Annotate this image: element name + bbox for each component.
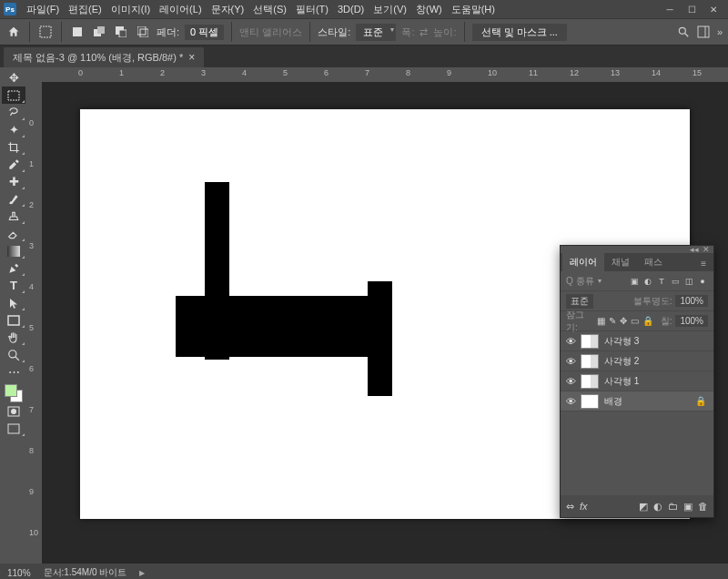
filter-adjust-icon[interactable]: ◐ bbox=[642, 276, 653, 287]
healing-brush-tool[interactable]: ✚ bbox=[2, 173, 25, 190]
brush-tool[interactable] bbox=[2, 190, 25, 208]
shape-tool[interactable] bbox=[2, 311, 25, 329]
hand-tool[interactable] bbox=[2, 329, 25, 346]
link-layers-icon[interactable]: ⇔ bbox=[566, 501, 574, 513]
layer-row[interactable]: 👁 사각형 2 bbox=[561, 351, 713, 371]
menu-type[interactable]: 문자(Y) bbox=[207, 3, 249, 16]
visibility-icon[interactable]: 👁 bbox=[564, 336, 577, 347]
panel-tab-layers[interactable]: 레이어 bbox=[562, 253, 604, 271]
quick-mask-icon[interactable] bbox=[2, 402, 25, 420]
fill-label: 칠: bbox=[661, 315, 672, 328]
tab-close-icon[interactable]: × bbox=[188, 51, 195, 64]
panel-tab-paths[interactable]: 패스 bbox=[637, 253, 670, 271]
feather-input[interactable]: 0 픽셀 bbox=[185, 25, 224, 40]
document-tab-title: 제목 없음-3 @ 110% (배경, RGB/8#) * bbox=[13, 51, 183, 65]
path-select-tool[interactable] bbox=[2, 294, 25, 311]
zoom-tool[interactable] bbox=[2, 346, 25, 363]
share-icon[interactable]: » bbox=[717, 26, 723, 37]
add-selection-icon[interactable] bbox=[91, 24, 107, 40]
delete-layer-icon[interactable]: 🗑 bbox=[698, 501, 708, 512]
layer-row-background[interactable]: 👁 배경 🔒 bbox=[561, 391, 713, 411]
lasso-tool[interactable] bbox=[2, 104, 25, 121]
ruler-horizontal[interactable]: 0 1 2 3 4 5 6 7 8 9 10 11 12 13 14 15 bbox=[42, 67, 728, 82]
menu-file[interactable]: 파일(F) bbox=[22, 3, 64, 16]
new-selection-icon[interactable] bbox=[69, 24, 86, 40]
eraser-tool[interactable] bbox=[2, 225, 25, 242]
close-icon[interactable]: ✕ bbox=[703, 0, 724, 18]
screen-mode-icon[interactable] bbox=[2, 420, 25, 437]
blend-mode-dropdown[interactable]: 표준 bbox=[566, 294, 593, 309]
document-tab[interactable]: 제목 없음-3 @ 110% (배경, RGB/8#) * × bbox=[4, 47, 204, 67]
visibility-icon[interactable]: 👁 bbox=[564, 376, 577, 387]
zoom-level[interactable]: 110% bbox=[7, 568, 31, 578]
panel-tab-channels[interactable]: 채널 bbox=[604, 253, 637, 271]
menu-image[interactable]: 이미지(I) bbox=[106, 3, 155, 16]
new-layer-icon[interactable]: ▣ bbox=[683, 501, 693, 513]
menu-edit[interactable]: 편집(E) bbox=[64, 3, 106, 16]
move-tool[interactable]: ✥ bbox=[2, 69, 25, 86]
status-menu-icon[interactable]: ▶ bbox=[139, 569, 145, 577]
filter-shape-icon[interactable]: ▭ bbox=[670, 276, 681, 287]
ruler-h-tick: 14 bbox=[652, 68, 661, 77]
eyedropper-tool[interactable] bbox=[2, 156, 25, 173]
panel-menu-icon[interactable]: ≡ bbox=[693, 256, 713, 271]
group-icon[interactable]: 🗀 bbox=[668, 501, 678, 512]
menu-window[interactable]: 창(W) bbox=[411, 3, 447, 16]
marquee-tool[interactable] bbox=[2, 86, 25, 104]
maximize-icon[interactable]: ☐ bbox=[681, 0, 703, 18]
fill-input[interactable]: 100% bbox=[675, 315, 708, 327]
layer-row[interactable]: 👁 사각형 1 bbox=[561, 371, 713, 391]
visibility-icon[interactable]: 👁 bbox=[564, 356, 577, 367]
select-and-mask-button[interactable]: 선택 및 마스크 ... bbox=[472, 24, 567, 41]
lock-position-icon[interactable]: ✥ bbox=[620, 316, 627, 326]
lock-paint-icon[interactable]: ✎ bbox=[609, 316, 616, 326]
ruler-vertical[interactable]: 0 1 2 3 4 5 6 7 8 9 10 11 bbox=[27, 82, 42, 564]
marquee-tool-icon[interactable] bbox=[37, 24, 54, 40]
svg-rect-7 bbox=[140, 29, 148, 37]
search-icon[interactable] bbox=[677, 25, 690, 38]
edit-toolbar-icon[interactable]: ⋯ bbox=[2, 363, 25, 381]
filter-type-icon[interactable]: T bbox=[656, 276, 667, 287]
color-swatch[interactable] bbox=[5, 384, 23, 402]
fx-icon[interactable]: fx bbox=[580, 501, 588, 512]
ruler-v-tick: 7 bbox=[29, 405, 34, 414]
crop-tool[interactable] bbox=[2, 138, 25, 156]
menu-help[interactable]: 도움말(H) bbox=[447, 3, 500, 16]
magic-wand-tool[interactable]: ✦ bbox=[2, 121, 25, 138]
filter-pixel-icon[interactable]: ▣ bbox=[629, 276, 640, 287]
fg-color-icon[interactable] bbox=[5, 384, 17, 397]
adjustment-icon[interactable]: ◐ bbox=[653, 501, 662, 513]
menu-filter[interactable]: 필터(T) bbox=[291, 3, 333, 16]
layer-name: 사각형 3 bbox=[604, 335, 639, 348]
menu-view[interactable]: 보기(V) bbox=[369, 3, 411, 16]
menu-layer[interactable]: 레이어(L) bbox=[155, 3, 206, 16]
ruler-v-tick: 10 bbox=[29, 528, 38, 537]
filter-smart-icon[interactable]: ◫ bbox=[683, 276, 694, 287]
filter-toggle-icon[interactable]: ● bbox=[697, 276, 708, 287]
layer-name: 사각형 2 bbox=[604, 355, 639, 368]
menu-3d[interactable]: 3D(D) bbox=[333, 4, 369, 15]
ruler-v-tick: 9 bbox=[29, 487, 34, 496]
height-label: 높이: bbox=[433, 25, 456, 39]
minimize-icon[interactable]: ─ bbox=[659, 0, 681, 18]
clone-stamp-tool[interactable] bbox=[2, 208, 25, 225]
ruler-h-tick: 10 bbox=[488, 68, 497, 77]
workspace-icon[interactable] bbox=[697, 25, 710, 38]
menu-select[interactable]: 선택(S) bbox=[248, 3, 291, 16]
pen-tool[interactable] bbox=[2, 259, 25, 277]
opacity-input[interactable]: 100% bbox=[675, 295, 708, 307]
gradient-tool[interactable] bbox=[2, 242, 25, 259]
intersect-selection-icon[interactable] bbox=[135, 24, 151, 40]
lock-artboard-icon[interactable]: ▭ bbox=[631, 316, 639, 326]
style-dropdown[interactable]: 표준 bbox=[356, 24, 396, 41]
layer-row[interactable]: 👁 사각형 3 bbox=[561, 331, 713, 351]
type-tool[interactable]: T bbox=[2, 277, 25, 294]
mask-icon[interactable]: ◩ bbox=[639, 501, 648, 513]
shape-rect-3 bbox=[368, 281, 392, 396]
visibility-icon[interactable]: 👁 bbox=[564, 396, 577, 407]
lock-all-icon[interactable]: 🔒 bbox=[642, 316, 653, 326]
subtract-selection-icon[interactable] bbox=[113, 24, 129, 40]
lock-transparency-icon[interactable]: ▦ bbox=[597, 316, 605, 326]
home-icon[interactable] bbox=[5, 24, 22, 40]
menu-bar: Ps 파일(F) 편집(E) 이미지(I) 레이어(L) 문자(Y) 선택(S)… bbox=[0, 0, 728, 18]
